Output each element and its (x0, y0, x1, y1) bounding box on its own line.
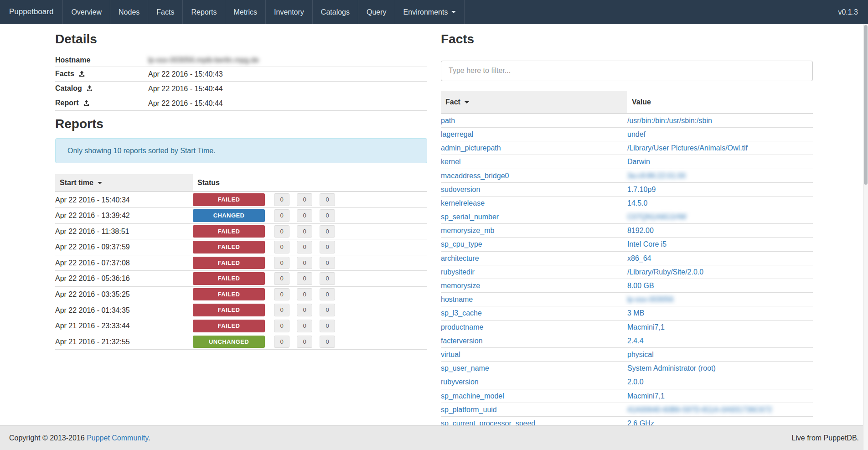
fact-name-link[interactable]: sp_serial_number (441, 213, 499, 221)
fact-value-link[interactable]: 41A00640-60B6-597D-811A-0A931736C672 (627, 406, 772, 414)
nav-item-environments-dropdown[interactable]: Environments (395, 0, 465, 24)
vertical-scrollbar-thumb[interactable] (864, 25, 868, 185)
column-header-start-time[interactable]: Start time (55, 174, 193, 191)
fact-value-link[interactable]: x86_64 (627, 254, 651, 262)
nav-item[interactable]: Overview (63, 0, 110, 24)
column-header-value[interactable]: Value (627, 91, 813, 114)
puppet-community-link[interactable]: Puppet Community (87, 434, 148, 442)
status-badge: UNCHANGED (193, 336, 265, 348)
fact-name-link[interactable]: admin_picturepath (441, 144, 501, 152)
count-badge: 0 (297, 288, 312, 301)
nav-item[interactable]: Query (358, 0, 395, 24)
left-column: Details Hostname lp-osx-003056.mpib-berl… (55, 24, 427, 430)
fact-value-link[interactable]: 1.7.10p9 (627, 186, 656, 193)
fact-name-link[interactable]: kernel (441, 158, 461, 166)
report-start-time: Apr 21 2016 - 23:33:44 (55, 318, 193, 334)
count-badge: 0 (274, 320, 289, 332)
count-badge: 0 (297, 272, 312, 285)
count-badge: 0 (297, 336, 312, 348)
fact-value-link[interactable]: System Administrator (root) (627, 364, 716, 372)
fact-header-label: Fact (445, 98, 460, 106)
fact-name-link[interactable]: sp_cpu_type (441, 240, 482, 248)
count-badge: 0 (320, 336, 335, 348)
detail-label: Catalog (55, 84, 82, 92)
table-filler (342, 318, 427, 334)
fact-name-link[interactable]: hostname (441, 295, 473, 303)
fact-name-link[interactable]: productname (441, 323, 483, 331)
fact-name-link[interactable]: path (441, 117, 455, 124)
facts-filter-input[interactable] (441, 61, 813, 81)
count-badge: 0 (320, 304, 335, 316)
count-badge: 0 (297, 225, 312, 238)
fact-value-link[interactable]: undef (627, 130, 646, 138)
fact-row: kernel Darwin (441, 155, 813, 169)
fact-value-link[interactable]: Intel Core i5 (627, 240, 666, 248)
fact-name-link[interactable]: architecture (441, 254, 479, 262)
fact-name-link[interactable]: macaddress_bridge0 (441, 172, 509, 180)
report-row: Apr 22 2016 - 13:39:42 CHANGED 0 0 0 (55, 207, 427, 223)
count-badge: 0 (274, 304, 289, 316)
fact-name-link[interactable]: kernelrelease (441, 199, 485, 207)
navbar-items: Overview Nodes Facts Reports Metrics Inv… (63, 0, 395, 24)
fact-row: sudoversion 1.7.10p9 (441, 182, 813, 196)
fact-name-link[interactable]: virtual (441, 351, 460, 358)
nav-item[interactable]: Metrics (225, 0, 266, 24)
fact-value-link[interactable]: Macmini7,1 (627, 392, 665, 400)
column-header-count-2 (297, 174, 320, 191)
fact-row: rubysitedir /Library/Ruby/Site/2.0.0 (441, 265, 813, 279)
fact-name-link[interactable]: facterversion (441, 337, 483, 345)
nav-item[interactable]: Facts (148, 0, 183, 24)
table-filler (342, 271, 427, 287)
fact-value-link[interactable]: 3a:c9:86:22:01:00 (627, 172, 686, 180)
count-badge: 0 (320, 320, 335, 332)
fact-value-link[interactable]: 3 MB (627, 309, 644, 317)
fact-row: virtual physical (441, 347, 813, 361)
count-badge: 0 (274, 225, 289, 238)
fact-name-link[interactable]: sp_user_name (441, 364, 489, 372)
fact-name-link[interactable]: memorysize_mb (441, 227, 494, 234)
fact-value-link[interactable]: Darwin (627, 158, 650, 166)
nav-item[interactable]: Nodes (110, 0, 148, 24)
fact-name-link[interactable]: rubyversion (441, 378, 479, 386)
fact-value-link[interactable]: Macmini7,1 (627, 323, 665, 331)
count-badge: 0 (297, 209, 312, 222)
count-badge: 0 (297, 257, 312, 269)
fact-value-link[interactable]: /Library/User Pictures/Animals/Owl.tif (627, 144, 748, 152)
start-time-header-label: Start time (60, 179, 93, 186)
fact-name-link[interactable]: sp_machine_model (441, 392, 504, 400)
fact-name-link[interactable]: sp_platform_uuid (441, 406, 497, 414)
navbar-brand[interactable]: Puppetboard (0, 0, 63, 24)
fact-name-link[interactable]: memorysize (441, 282, 480, 290)
fact-value-link[interactable]: physical (627, 351, 654, 358)
vertical-scrollbar-track[interactable] (863, 24, 868, 450)
table-filler (342, 334, 427, 350)
fact-row: sp_platform_uuid 41A00640-60B6-597D-811A… (441, 403, 813, 416)
column-header-count-1 (274, 174, 297, 191)
fact-value-link[interactable]: /Library/Ruby/Site/2.0.0 (627, 268, 703, 276)
nav-item[interactable]: Reports (183, 0, 225, 24)
detail-row: Hostname lp-osx-003056.mpib-berlin.mpg.d… (55, 53, 427, 67)
fact-name-link[interactable]: rubysitedir (441, 268, 475, 276)
fact-row: sp_machine_model Macmini7,1 (441, 389, 813, 403)
fact-value-link[interactable]: C07QN1A6G1HW (627, 213, 687, 221)
table-filler (342, 286, 427, 302)
fact-value-link[interactable]: lp-osx-003056 (627, 295, 673, 303)
fact-name-link[interactable]: sp_l3_cache (441, 309, 482, 317)
column-header-fact[interactable]: Fact (441, 91, 627, 114)
details-title: Details (55, 31, 427, 47)
fact-value-link[interactable]: 8.00 GB (627, 282, 654, 290)
nav-item[interactable]: Catalogs (313, 0, 358, 24)
count-badge: 0 (320, 241, 335, 253)
nav-item[interactable]: Inventory (266, 0, 313, 24)
count-badge: 0 (320, 272, 335, 285)
footer: Copyright © 2013-2016 Puppet Community. … (0, 425, 868, 450)
column-header-status[interactable]: Status (193, 174, 274, 191)
fact-value-link[interactable]: /usr/bin:/bin:/usr/sbin:/sbin (627, 117, 712, 124)
fact-value-link[interactable]: 14.5.0 (627, 199, 647, 207)
fact-value-link[interactable]: 8192.00 (627, 227, 654, 234)
fact-name-link[interactable]: sudoversion (441, 186, 480, 193)
fact-name-link[interactable]: lagerregal (441, 130, 473, 138)
fact-value-link[interactable]: 2.0.0 (627, 378, 644, 386)
detail-row: Catalog Apr 22 2016 - 15:40:44 (55, 81, 427, 96)
fact-value-link[interactable]: 2.4.4 (627, 337, 644, 345)
